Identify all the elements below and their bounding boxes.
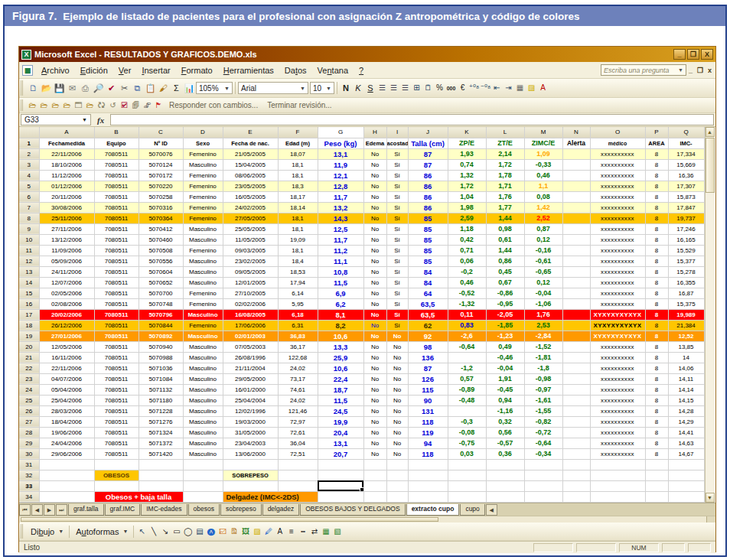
cell[interactable]: 8 [645,245,668,256]
cell[interactable]: Femenino [183,202,223,213]
cell[interactable]: 20,7 [318,448,363,459]
cell[interactable]: xxxxxxxxxx [590,256,645,266]
cell[interactable]: Femenino [183,298,223,309]
cell[interactable]: 86 [408,181,448,191]
finish-review-button[interactable]: Terminar revisión... [267,101,331,109]
cell[interactable]: 20/02/2006 [39,309,94,320]
column-header-M[interactable]: M [524,127,562,138]
cell[interactable]: 7080511 [94,373,139,384]
header-cell[interactable]: médico [590,138,645,148]
cell[interactable]: -0,89 [448,384,486,395]
cell[interactable]: 12/07/2006 [39,277,94,288]
cell[interactable]: 22/11/2006 [39,148,94,159]
cell[interactable]: 19/03/2000 [223,416,278,427]
cell[interactable]: xxxxxxxxxx [590,277,645,288]
cell[interactable]: 16/11/2006 [39,352,94,363]
cell[interactable]: 7080511 [94,223,139,234]
cell[interactable]: 11/12/2006 [39,170,94,181]
cell[interactable]: Masculino [183,309,223,320]
sheet-tab-obesos-bajos-y-delgados[interactable]: OBESOS BAJOS Y DELGADOS [300,504,405,516]
cell[interactable]: 87 [408,159,448,170]
row-header-27[interactable]: 27 [19,416,39,427]
cell[interactable]: 8 [645,170,668,181]
cell[interactable]: xxxxxxxxxx [590,148,645,159]
horizontal-scrollbar[interactable] [19,516,715,523]
cell[interactable] [562,309,590,320]
cell[interactable]: 18,1 [278,245,318,256]
cell[interactable]: 7080511 [94,395,139,405]
cell[interactable]: 8 [645,341,668,352]
cell[interactable] [590,459,645,470]
cell[interactable]: 19/06/2006 [39,427,94,438]
cell[interactable]: 5070316 [139,202,183,213]
cell[interactable] [486,491,524,503]
header-cell[interactable]: Nº ID [139,138,183,148]
cell[interactable] [486,470,524,480]
line-color-icon[interactable]: 🖉 [262,526,274,538]
cell[interactable]: 7080511 [94,170,139,181]
cell[interactable] [645,459,668,470]
cell[interactable]: 119 [408,427,448,438]
cell[interactable]: 18,1 [278,159,318,170]
header-cell[interactable]: Fecha de nac. [223,138,278,148]
cell[interactable] [386,470,408,480]
cell[interactable]: 16/05/2005 [223,191,278,202]
cell[interactable]: xxxxxxxxxx [590,395,645,405]
cell[interactable] [668,480,704,491]
cell[interactable]: Masculino [183,395,223,405]
cell[interactable] [562,245,590,256]
cell[interactable] [39,470,94,480]
column-header-C[interactable]: C [139,127,183,138]
cell[interactable]: Masculino [183,438,223,448]
cell[interactable]: 8 [645,256,668,266]
cell[interactable]: 14,63 [668,438,704,448]
cell[interactable]: 5071420 [139,448,183,459]
cell[interactable]: 21/11/2004 [223,363,278,373]
cell[interactable] [590,480,645,491]
cell[interactable]: 12/02/1996 [223,405,278,416]
cell[interactable]: Femenino [183,288,223,298]
cell[interactable] [562,373,590,384]
cell[interactable] [562,159,590,170]
new-icon[interactable]: 🗋 [27,82,40,94]
cell[interactable] [524,459,562,470]
cell[interactable]: 2,52 [524,213,562,223]
cell[interactable] [562,320,590,330]
header-cell[interactable]: Talla (cm) [408,138,448,148]
cell[interactable]: 0,94 [486,395,524,405]
cell[interactable]: xxxxxxxxxx [590,384,645,395]
cell[interactable]: No [386,427,408,438]
cell[interactable]: 08/06/2005 [223,170,278,181]
cell[interactable]: 11/09/2006 [39,245,94,256]
cell[interactable]: 14,41 [668,427,704,438]
cell[interactable] [408,470,448,480]
cell[interactable] [562,181,590,191]
minimize-button[interactable]: _ [673,49,686,60]
header-cell[interactable]: Edema [363,138,386,148]
cell[interactable]: -1,32 [448,298,486,309]
cell[interactable]: 27/05/2005 [223,213,278,223]
cell[interactable]: 23/04/2003 [223,438,278,448]
cell[interactable]: 7080511 [94,277,139,288]
open-icon[interactable]: 📂 [40,82,53,94]
cell[interactable]: No [363,416,386,427]
cell[interactable]: 8 [645,288,668,298]
oval-icon[interactable]: ◯ [182,526,194,538]
tab-scroll-left-icon[interactable]: ◀ [486,504,497,516]
cell[interactable]: 15,529 [668,245,704,256]
cell[interactable] [448,405,486,416]
cell[interactable] [223,459,278,470]
reply-icon[interactable]: 🏲 [153,99,165,112]
font-size-combobox[interactable]: 10▼ [310,82,334,94]
cell[interactable]: 14,3 [318,213,363,223]
cell[interactable]: 8 [645,223,668,234]
cell[interactable]: -1,06 [524,298,562,309]
cell[interactable] [524,491,562,503]
close-button[interactable]: X [701,49,713,60]
cell[interactable]: -1,61 [524,395,562,405]
cell[interactable]: 15/04/2005 [223,159,278,170]
cell[interactable]: 6,9 [318,288,363,298]
cell[interactable]: No [363,384,386,395]
tab-scroll-icon[interactable]: ◀ [31,504,43,516]
cell[interactable]: 21,384 [668,320,704,330]
